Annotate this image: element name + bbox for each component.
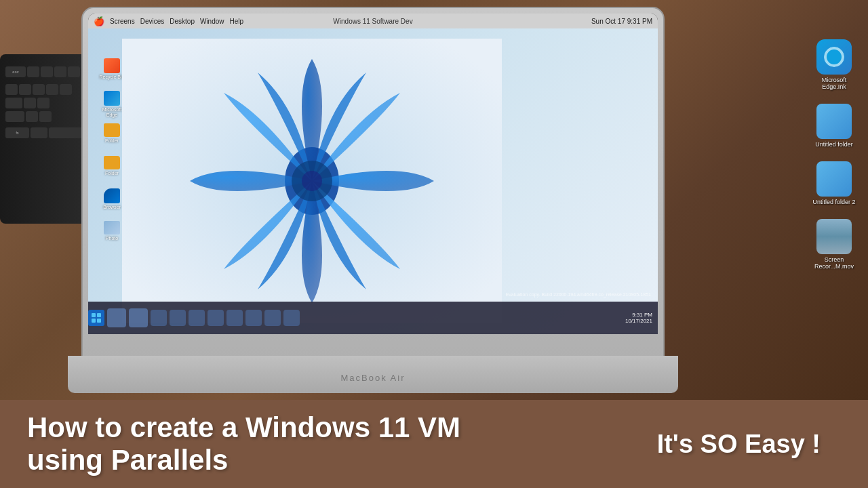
mac-icon-folder2-img: [816, 161, 852, 197]
mac-desktop-icons: MicrosoftEdge.Ink Untitled folder Untitl…: [800, 34, 868, 275]
mac-icon-folder1-label: Untitled folder: [815, 141, 853, 148]
taskbar-icon-4[interactable]: [208, 310, 224, 326]
macos-clock: Sun Oct 17 9:31 PM: [591, 18, 652, 25]
win11-icon-folder1: Folder: [98, 123, 125, 150]
win11-icon-recycle: Recycle Bin: [98, 58, 125, 85]
mac-icon-screenrecord: ScreenRecor...M.mov: [806, 219, 863, 270]
screen-bezel: 🍎 Screens Devices Desktop Window Help Wi…: [88, 14, 658, 334]
menu-desktop: Desktop: [170, 18, 195, 25]
win11-eval-text: Evaluation copy. Build 22000.194.amd64fr…: [506, 292, 651, 297]
mac-icon-folder2: Untitled folder 2: [806, 161, 863, 205]
taskbar-icon-3[interactable]: [189, 310, 205, 326]
win11-start-button[interactable]: [88, 310, 104, 326]
bottom-banner: How to create a Windows 11 VM using Para…: [0, 400, 868, 488]
taskbar-icon-1[interactable]: [151, 310, 167, 326]
taskbar-icon-6[interactable]: [245, 310, 262, 326]
mac-icon-edge-label: MicrosoftEdge.Ink: [822, 77, 847, 90]
win11-icon-photo: Photo: [98, 221, 125, 248]
menu-devices: Devices: [140, 18, 165, 25]
win11-search-taskbar[interactable]: [107, 308, 126, 327]
main-title: How to create a Windows 11 VM using Para…: [27, 411, 657, 477]
win11-icon-edge2: Browser: [98, 188, 125, 216]
taskbar-icon-7[interactable]: [264, 310, 281, 326]
image-area: esc: [0, 0, 868, 400]
left-keyboard-partial: esc: [0, 54, 88, 224]
win11-bloom-svg: [122, 39, 502, 323]
macbook-lid: 🍎 Screens Devices Desktop Window Help Wi…: [81, 7, 665, 359]
taskbar-icon-2[interactable]: [170, 310, 186, 326]
mac-icon-folder2-label: Untitled folder 2: [812, 199, 855, 205]
win11-icon-edge: Microsoft Edge: [98, 91, 125, 118]
win11-taskview-taskbar[interactable]: [129, 308, 148, 327]
win11-icon-folder2: Folder: [98, 156, 125, 183]
taskbar-icon-8[interactable]: [283, 310, 300, 326]
subtitle-text: It's SO Easy !: [657, 430, 841, 459]
mac-icon-screenrecord-label: ScreenRecor...M.mov: [814, 256, 854, 270]
mac-icon-folder1: Untitled folder: [806, 104, 863, 148]
mac-icon-edge: MicrosoftEdge.Ink: [806, 39, 863, 90]
mac-icon-folder1-img: [816, 104, 852, 139]
win11-system-tray: 9:31 PM 10/17/2021: [625, 312, 658, 324]
mac-icon-screenrecord-img: [816, 219, 852, 254]
taskbar-icon-5[interactable]: [226, 310, 243, 326]
menu-help: Help: [230, 18, 244, 25]
win11-taskbar[interactable]: 9:31 PM 10/17/2021: [88, 302, 658, 334]
win11-screen: Recycle Bin Microsoft Edge Folder: [88, 28, 658, 334]
macbook-base: MacBook Air: [68, 356, 678, 393]
menu-screens: Screens: [110, 18, 135, 25]
macos-left-menu: 🍎 Screens Devices Desktop Window Help: [94, 16, 243, 26]
page-container: esc: [0, 0, 868, 488]
macos-center-title: Windows 11 Software Dev: [333, 18, 412, 25]
mac-icon-edge-img: [816, 39, 852, 75]
macos-menubar: 🍎 Screens Devices Desktop Window Help Wi…: [88, 14, 658, 28]
main-title-line1: How to create a Windows 11 VM: [27, 411, 657, 444]
laptop: 🍎 Screens Devices Desktop Window Help Wi…: [81, 7, 671, 393]
main-title-line2: using Parallels: [27, 444, 657, 476]
win11-clock-display: 9:31 PM 10/17/2021: [625, 312, 652, 324]
svg-point-3: [302, 171, 322, 191]
menu-window: Window: [200, 18, 224, 25]
macos-right-status: Sun Oct 17 9:31 PM: [591, 18, 652, 25]
macbook-model-label: MacBook Air: [341, 373, 406, 383]
